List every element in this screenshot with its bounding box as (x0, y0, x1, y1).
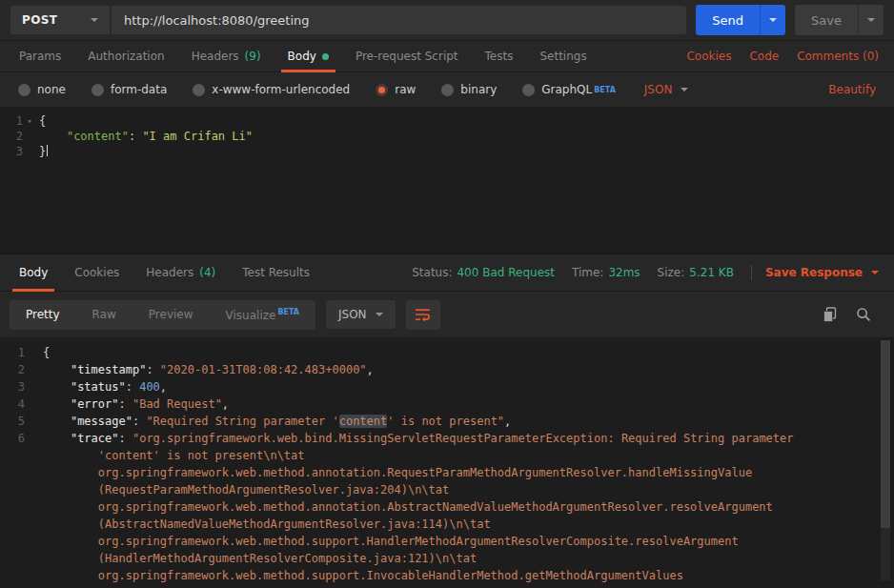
token (39, 130, 67, 143)
tab-params[interactable]: Params (6, 41, 74, 71)
token (43, 432, 71, 445)
body-type-option-none[interactable]: none (18, 83, 66, 96)
response-tab-cookies[interactable]: Cookies (61, 254, 132, 291)
token (43, 552, 98, 565)
tab-settings[interactable]: Settings (526, 41, 599, 71)
token: : (129, 130, 142, 143)
view-tab-visualize[interactable]: VisualizeBETA (210, 300, 315, 330)
view-label: Raw (92, 308, 116, 321)
method-select[interactable]: POST (10, 6, 112, 34)
line-number: 4 (0, 395, 40, 413)
line-number: 2 (0, 361, 40, 378)
code-line[interactable]: 6 "trace": "org.springframework.web.bind… (0, 430, 894, 447)
token: content (339, 415, 388, 428)
wrap-text-button[interactable] (406, 300, 440, 330)
line-number (0, 447, 40, 464)
link-cookies[interactable]: Cookies (686, 50, 731, 63)
save-response-button[interactable]: Save Response (765, 266, 879, 279)
fold-caret-icon[interactable]: ▾ (23, 113, 36, 129)
code-line[interactable]: 'content' is not present\n\tat (0, 447, 894, 464)
body-type-option-binary[interactable]: binary (441, 83, 497, 96)
search-button[interactable] (856, 307, 871, 322)
green-dot-icon (322, 53, 329, 60)
line-number-text: 2 (16, 129, 23, 144)
token: org.springframework.web.method.annotatio… (98, 466, 752, 479)
chevron-down-icon (376, 313, 383, 316)
save-button[interactable]: Save (795, 5, 858, 35)
code-line[interactable]: 3} (0, 144, 894, 159)
body-type-options: noneform-datax-www-form-urlencodedrawbin… (18, 83, 616, 96)
tab-headers[interactable]: Headers(9) (178, 41, 274, 71)
body-type-option-graphql[interactable]: GraphQLBETA (522, 83, 616, 96)
beta-badge: BETA (594, 86, 616, 94)
code-line[interactable]: org.springframework.web.method.support.I… (0, 567, 894, 584)
link-comments-0[interactable]: Comments (0) (797, 50, 879, 63)
tab-tests[interactable]: Tests (472, 41, 527, 71)
request-bar: POST http://localhost:8080/greeting Send… (0, 0, 894, 41)
url-group: POST http://localhost:8080/greeting (10, 6, 686, 34)
token (43, 569, 98, 582)
code-line[interactable]: org.springframework.web.method.annotatio… (0, 498, 894, 516)
tab-label: Authorization (88, 50, 164, 63)
token (43, 415, 71, 428)
body-type-option-x-www-form-urlencoded[interactable]: x-www-form-urlencoded (193, 83, 350, 96)
tab-body[interactable]: Body (274, 41, 342, 71)
view-tab-pretty[interactable]: Pretty (10, 300, 76, 330)
request-body-editor[interactable]: 1▾{2 "content": "I am Crifan Li"3} (0, 107, 894, 253)
body-type-option-raw[interactable]: raw (376, 83, 416, 96)
response-tab-headers[interactable]: Headers(4) (132, 254, 229, 291)
body-type-option-form-data[interactable]: form-data (91, 83, 167, 96)
url-input[interactable]: http://localhost:8080/greeting (112, 6, 686, 34)
code-text: "status": 400, (40, 378, 167, 395)
view-label: Visualize (226, 309, 276, 322)
wrap-text-icon (415, 308, 432, 321)
code-line[interactable]: (AbstractNamedValueMethodArgumentResolve… (0, 516, 894, 533)
code-line[interactable]: 1{ (0, 344, 894, 361)
code-line[interactable]: (HandlerMethodArgumentResolverComposite.… (0, 550, 894, 567)
token: , (222, 397, 229, 411)
scrollbar-thumb[interactable] (881, 340, 890, 528)
fold-caret-slot (23, 129, 36, 144)
send-button[interactable]: Send (696, 5, 760, 35)
code-line[interactable]: (RequestParamMethodArgumentResolver.java… (0, 481, 894, 498)
option-label: binary (460, 83, 497, 96)
code-line[interactable]: 2 "timestamp": "2020-01-31T08:08:42.483+… (0, 361, 894, 378)
code-line[interactable]: 5 "message": "Required String parameter … (0, 413, 894, 430)
code-line[interactable]: 1▾{ (0, 113, 894, 129)
view-tab-preview[interactable]: Preview (132, 300, 210, 330)
save-split-button: Save (795, 5, 884, 35)
request-language-select[interactable]: JSON (644, 83, 689, 96)
token: "timestamp" (71, 363, 146, 376)
token: org.springframework.web.method.support.H… (98, 535, 739, 548)
save-options-button[interactable] (858, 5, 884, 35)
code-line[interactable]: 2 "content": "I am Crifan Li" (0, 129, 894, 144)
token: { (43, 346, 50, 359)
code-line[interactable]: org.springframework.web.method.annotatio… (0, 464, 894, 481)
send-options-button[interactable] (760, 5, 785, 35)
tab-authorization[interactable]: Authorization (74, 41, 177, 71)
line-number (0, 567, 40, 584)
tab-pre-request-script[interactable]: Pre-request Script (342, 41, 472, 71)
link-code[interactable]: Code (749, 50, 779, 63)
time-value: 32ms (608, 266, 640, 279)
beautify-link[interactable]: Beautify (828, 83, 876, 96)
line-number (0, 464, 40, 481)
response-action-icons (823, 307, 884, 323)
code-text: (AbstractNamedValueMethodArgumentResolve… (40, 516, 491, 533)
copy-button[interactable] (823, 307, 838, 323)
token: "status" (71, 380, 126, 394)
response-body-editor[interactable]: 1{2 "timestamp": "2020-01-31T08:08:42.48… (0, 344, 894, 584)
code-line[interactable]: 4 "error": "Bad Request", (0, 395, 894, 413)
token: : (132, 415, 146, 428)
code-line[interactable]: org.springframework.web.method.support.H… (0, 533, 894, 550)
view-tab-raw[interactable]: Raw (76, 300, 132, 330)
token: 'content' is not present\n\tat (98, 449, 305, 462)
response-scrollbar[interactable] (881, 340, 890, 580)
response-tab-test-results[interactable]: Test Results (229, 254, 323, 291)
response-language-select[interactable]: JSON (326, 300, 396, 329)
line-number-text: 1 (16, 113, 23, 129)
response-tab-body[interactable]: Body (6, 254, 61, 291)
line-number: 3 (0, 144, 36, 159)
token: : (126, 380, 139, 394)
code-line[interactable]: 3 "status": 400, (0, 378, 894, 395)
